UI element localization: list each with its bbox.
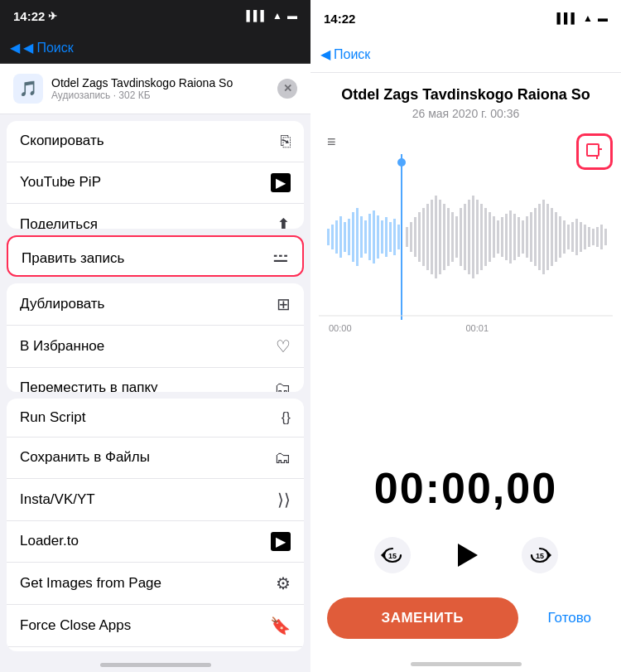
svg-rect-29 [431, 200, 433, 274]
waveform-toolbar: ≡ [319, 130, 613, 154]
svg-rect-13 [360, 216, 363, 258]
svg-rect-23 [406, 227, 408, 247]
save-files-icon: 🗂 [274, 448, 291, 467]
svg-rect-12 [356, 208, 359, 266]
back-label-right: Поиск [334, 47, 370, 62]
menu-item-edit-highlighted[interactable]: Править запись 𝌃 [7, 235, 304, 276]
svg-rect-46 [501, 217, 503, 257]
youtube-pip-icon: ▶ [271, 173, 291, 192]
menu-group-1: Скопировать ⎘ YouTube PiP ▶ Поделиться ⬆ [7, 121, 304, 230]
location-icon: ✈ [48, 10, 57, 22]
replace-button-label: ЗАМЕНИТЬ [381, 610, 464, 626]
done-button-label: Готово [548, 610, 592, 626]
svg-rect-19 [385, 217, 388, 257]
menu-group-2: Дублировать ⊞ В Избранное ♡ Переместить … [7, 283, 304, 392]
rewind-button[interactable]: 15 [374, 537, 411, 573]
svg-marker-73 [381, 552, 384, 558]
svg-rect-32 [443, 204, 445, 270]
menu-item-copy[interactable]: Скопировать ⎘ [7, 121, 304, 162]
menu-item-run-script-label: Run Script [20, 409, 85, 426]
filter-icon[interactable]: ≡ [327, 133, 336, 151]
menu-item-force-close-label: Force Close Apps [20, 617, 131, 634]
svg-rect-31 [439, 200, 441, 274]
menu-item-move[interactable]: Переместить в папку 🗂 [7, 368, 304, 392]
svg-rect-63 [571, 222, 574, 252]
back-button-right[interactable]: ◀ Поиск [320, 46, 370, 62]
wifi-icon: ▲ [272, 10, 282, 22]
svg-rect-62 [567, 225, 570, 249]
file-header: 🎵 Otdel Zags Tavdinskogo Raiona So Аудио… [0, 64, 310, 114]
status-bar-right: 14:22 ▌▌▌ ▲ ▬ [310, 0, 621, 36]
play-button[interactable] [444, 533, 489, 578]
svg-rect-35 [455, 216, 458, 258]
svg-rect-65 [580, 222, 582, 252]
menu-item-force-close[interactable]: Force Close Apps 🔖 [7, 605, 304, 647]
nav-bar-right: ◀ Поиск [310, 36, 621, 73]
back-arrow-left: ◀ [10, 40, 20, 56]
svg-rect-48 [509, 210, 512, 263]
svg-rect-69 [596, 227, 599, 247]
menu-item-instavkyt[interactable]: Insta/VK/YT ⟩⟩ [7, 479, 304, 521]
file-meta: Аудиозапись · 302 КБ [51, 89, 269, 101]
time-labels: 00:00 00:01 [319, 320, 613, 336]
svg-rect-14 [364, 220, 367, 254]
svg-rect-36 [460, 208, 462, 266]
run-script-icon: {} [282, 409, 291, 426]
svg-rect-37 [464, 204, 466, 270]
menu-item-save-files[interactable]: Сохранить в Файлы 🗂 [7, 438, 304, 479]
playback-controls: 15 15 [310, 526, 621, 591]
svg-rect-39 [472, 196, 474, 278]
replace-button[interactable]: ЗАМЕНИТЬ [327, 597, 518, 639]
menu-item-font-installer[interactable]: Font Installer ✳ [7, 647, 304, 651]
svg-rect-30 [435, 196, 437, 278]
recording-title: Otdel Zags Tavdinskogo Raiona So [310, 73, 621, 107]
svg-text:15: 15 [388, 552, 396, 560]
menu-item-youtube-pip-label: YouTube PiP [20, 174, 101, 191]
svg-rect-16 [373, 210, 375, 263]
favorites-icon: ♡ [276, 336, 291, 356]
svg-rect-42 [484, 208, 487, 266]
close-button[interactable]: ✕ [277, 79, 297, 99]
menu-item-favorites[interactable]: В Избранное ♡ [7, 326, 304, 368]
waveform-container[interactable] [319, 154, 613, 320]
menu-item-loader[interactable]: Loader.to ▶ [7, 521, 304, 563]
menu-item-duplicate[interactable]: Дублировать ⊞ [7, 283, 304, 326]
battery-icon-right: ▬ [598, 12, 608, 24]
signal-icon: ▌▌▌ [247, 10, 268, 22]
svg-rect-70 [600, 225, 603, 249]
svg-rect-10 [348, 219, 350, 255]
forward-button[interactable]: 15 [522, 537, 558, 573]
menu-item-share[interactable]: Поделиться ⬆ [7, 204, 304, 230]
svg-rect-57 [546, 204, 549, 270]
edit-recording-icon: 𝌃 [272, 248, 289, 269]
menu-group-3: Run Script {} Сохранить в Файлы 🗂 Insta/… [7, 399, 304, 651]
svg-rect-7 [335, 220, 338, 254]
waveform-area: ≡ [310, 130, 621, 457]
done-button[interactable]: Готово [535, 610, 605, 626]
get-images-icon: ⚙ [276, 573, 291, 593]
svg-rect-9 [344, 222, 346, 252]
svg-rect-6 [331, 225, 334, 249]
instavkyt-icon: ⟩⟩ [277, 490, 291, 510]
menu-item-run-script[interactable]: Run Script {} [7, 399, 304, 438]
svg-text:15: 15 [535, 552, 543, 560]
svg-rect-53 [530, 212, 532, 262]
force-close-icon: 🔖 [270, 616, 291, 636]
menu-item-copy-label: Скопировать [20, 133, 104, 149]
menu-item-favorites-label: В Избранное [20, 338, 104, 355]
loader-icon: ▶ [271, 532, 291, 551]
svg-rect-28 [426, 204, 429, 270]
svg-rect-44 [493, 216, 495, 258]
svg-rect-40 [476, 200, 479, 274]
menu-item-edit[interactable]: Править запись 𝌃 [8, 237, 302, 276]
menu-item-get-images[interactable]: Get Images from Page ⚙ [7, 563, 304, 605]
svg-point-4 [397, 158, 406, 167]
signal-icon-right: ▌▌▌ [557, 12, 579, 24]
bottom-controls: ЗАМЕНИТЬ Готово [310, 591, 621, 655]
svg-rect-52 [526, 216, 528, 258]
time-left: 14:22 [13, 9, 45, 23]
file-info: Otdel Zags Tavdinskogo Raiona So Аудиоза… [51, 76, 269, 101]
back-button-left[interactable]: ◀ ◀ Поиск [10, 40, 74, 56]
svg-rect-51 [522, 220, 524, 254]
menu-item-youtube-pip[interactable]: YouTube PiP ▶ [7, 162, 304, 204]
